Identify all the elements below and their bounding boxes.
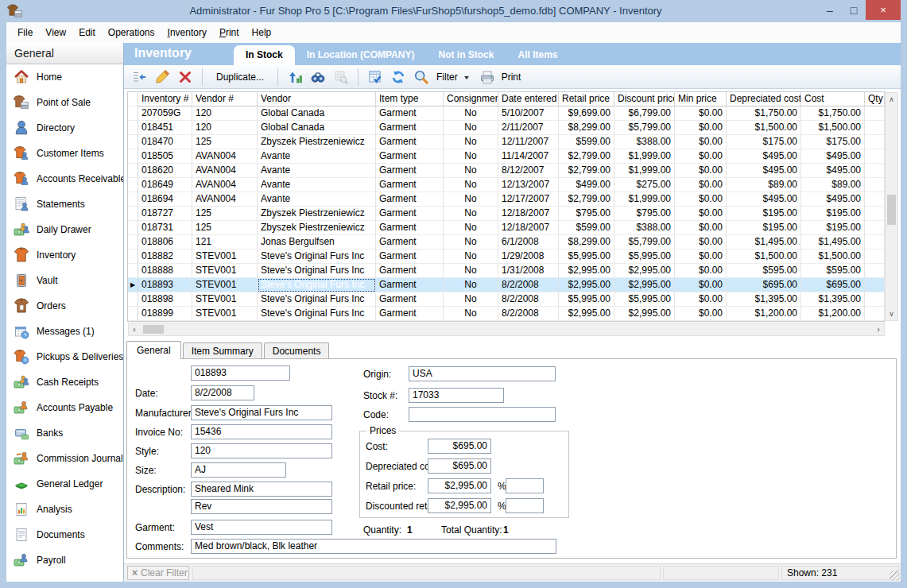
grid-cell[interactable]: $0.00 (675, 106, 727, 121)
grid-cell[interactable]: $0.00 (675, 307, 727, 321)
grid-cell[interactable] (865, 178, 885, 192)
grid-cell[interactable]: Garment (376, 207, 444, 221)
grid-cell[interactable]: $695.00 (727, 278, 801, 292)
grid-cell[interactable]: No (444, 292, 498, 307)
grid-cell[interactable]: $1,495.00 (727, 235, 801, 250)
grid-cell[interactable]: $0.00 (675, 278, 727, 292)
garment-field[interactable]: Vest (191, 520, 332, 535)
menu-print[interactable]: Print (213, 24, 246, 41)
grid-cell[interactable]: Global Canada (258, 121, 376, 135)
grid-cell[interactable]: $275.00 (614, 178, 675, 192)
detail-tab-item-summary[interactable]: Item Summary (183, 342, 262, 359)
grid-cell[interactable]: $795.00 (614, 207, 675, 221)
grid-cell[interactable]: $1,395.00 (801, 292, 865, 307)
print-toolbar-label[interactable]: Print (502, 72, 521, 83)
grid-cell[interactable]: Garment (376, 164, 444, 178)
grid-cell[interactable]: No (444, 307, 498, 321)
grid-cell[interactable]: Avante (258, 192, 376, 207)
grid-cell[interactable]: No (444, 235, 498, 250)
grid-cell[interactable]: $595.00 (727, 264, 801, 278)
find-icon[interactable] (308, 68, 328, 87)
grid-row[interactable]: 018620AVAN004AvanteGarmentNo8/12/2007$2,… (128, 164, 885, 178)
column-header-vendor[interactable]: Vendor (258, 92, 376, 106)
grid-cell[interactable]: $2,995.00 (559, 264, 614, 278)
grid-cell[interactable] (865, 278, 885, 292)
grid-row[interactable]: 207059G120Global CanadaGarmentNo5/10/200… (128, 106, 885, 121)
grid-row[interactable]: ▶018893STEV001Steve's Original Furs IncG… (128, 278, 885, 292)
filter-toolbar-label[interactable]: Filter (436, 72, 458, 83)
sidebar-item-banks[interactable]: Banks (6, 420, 123, 446)
grid-cell[interactable]: Zbyszek Piestrzeniewicz (258, 207, 376, 221)
grid-cell[interactable]: $1,999.00 (614, 164, 675, 178)
grid-cell[interactable]: 125 (192, 221, 258, 235)
grid-cell[interactable]: 11/14/2007 (498, 149, 559, 164)
grid-cell[interactable]: $1,999.00 (614, 192, 675, 207)
code-field[interactable] (409, 407, 556, 422)
grid-cell[interactable]: $495.00 (727, 192, 801, 207)
grid-cell[interactable]: 018620 (138, 164, 192, 178)
grid-cell[interactable]: Garment (376, 149, 444, 164)
grid-cell[interactable]: 018470 (138, 135, 192, 149)
grid-cell[interactable]: Garment (376, 221, 444, 235)
sidebar-item-point-of-sale[interactable]: Point of Sale (6, 90, 123, 115)
grid-cell[interactable] (865, 221, 885, 235)
grid-cell[interactable]: $1,500.00 (801, 250, 865, 264)
grid-cell[interactable]: $5,799.00 (614, 121, 675, 135)
grid-cell[interactable]: $388.00 (614, 135, 675, 149)
grid-cell[interactable]: STEV001 (192, 264, 258, 278)
grid-cell[interactable]: $1,200.00 (801, 307, 865, 321)
grid-cell[interactable]: Garment (376, 192, 444, 207)
grid-cell[interactable]: 120 (192, 106, 258, 121)
grid-cell[interactable]: AVAN004 (192, 192, 258, 207)
description-field[interactable]: Sheared Mink (191, 482, 332, 497)
grid-cell[interactable]: $175.00 (727, 135, 801, 149)
grid-cell[interactable]: No (444, 178, 498, 192)
origin-field[interactable]: USA (409, 366, 556, 381)
grid-cell[interactable]: 125 (192, 207, 258, 221)
grid-cell[interactable]: No (444, 264, 498, 278)
tab-not-in-stock[interactable]: Not in Stock (426, 45, 506, 65)
scroll-down-arrow-icon[interactable]: ∨ (886, 308, 897, 319)
sidebar-item-statements[interactable]: Statements (6, 191, 123, 217)
grid-row[interactable]: 018505AVAN004AvanteGarmentNo11/14/2007$2… (128, 149, 885, 164)
grid-cell[interactable]: $195.00 (727, 207, 801, 221)
grid-cell[interactable]: No (444, 250, 498, 264)
grid-cell[interactable]: 12/11/2007 (498, 135, 559, 149)
grid-cell[interactable]: Avante (258, 164, 376, 178)
menu-edit[interactable]: Edit (72, 24, 102, 41)
menu-operations[interactable]: Operations (102, 24, 161, 41)
sidebar-item-general-ledger[interactable]: General Ledger (6, 471, 123, 497)
grid-cell[interactable] (865, 207, 885, 221)
grid-cell[interactable]: $5,995.00 (614, 250, 675, 264)
sidebar-item-orders[interactable]: Orders (6, 293, 123, 319)
grid-row[interactable]: 018899STEV001Steve's Original Furs IncGa… (128, 307, 885, 321)
cost-field[interactable]: $695.00 (428, 439, 491, 454)
grid-cell[interactable]: $499.00 (559, 178, 614, 192)
description2-field[interactable]: Rev (191, 499, 332, 514)
duplicate-button[interactable]: Duplicate... (209, 68, 271, 86)
grid-cell[interactable]: STEV001 (192, 307, 258, 321)
sidebar-item-home[interactable]: Home (6, 64, 123, 90)
column-header-date-entered[interactable]: Date entered (498, 92, 559, 106)
grid-cell[interactable]: AVAN004 (192, 149, 258, 164)
column-header-vendor[interactable]: Vendor # (192, 92, 258, 106)
sidebar-item-customer-items[interactable]: Customer Items (6, 141, 123, 166)
grid-cell[interactable]: $0.00 (675, 250, 727, 264)
grid-row[interactable]: 018694AVAN004AvanteGarmentNo12/17/2007$2… (128, 192, 885, 207)
column-header-cost[interactable]: Cost (801, 92, 865, 106)
grid-cell[interactable]: 12/13/2007 (498, 178, 559, 192)
grid-cell[interactable]: Garment (376, 278, 444, 292)
grid-cell[interactable]: 2/11/2007 (498, 121, 559, 135)
grid-cell[interactable]: Garment (376, 121, 444, 135)
grid-cell[interactable]: $599.00 (559, 135, 614, 149)
grid-cell[interactable]: $0.00 (675, 192, 727, 207)
grid-row[interactable]: 018649AVAN004AvanteGarmentNo12/13/2007$4… (128, 178, 885, 192)
depreciated-cost-field[interactable]: $695.00 (428, 458, 491, 474)
sidebar-item-cash-receipts[interactable]: Cash Receipts (6, 369, 123, 395)
grid-cell[interactable]: Garment (376, 307, 444, 321)
grid-cell[interactable]: 8/12/2007 (498, 164, 559, 178)
grid-cell[interactable]: No (444, 135, 498, 149)
grid-cell[interactable]: $795.00 (559, 207, 614, 221)
grid-cell[interactable]: 8/2/2008 (498, 292, 559, 307)
grid-cell[interactable]: $695.00 (801, 278, 865, 292)
